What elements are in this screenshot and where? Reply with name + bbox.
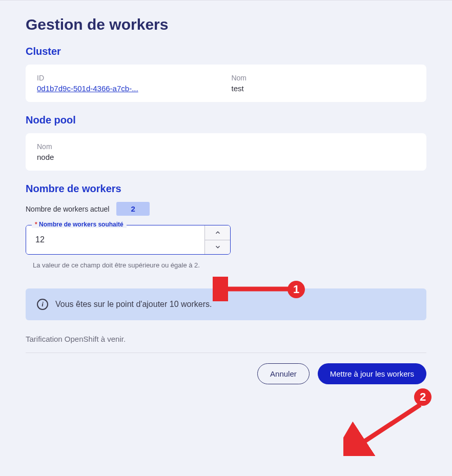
current-workers-label: Nombre de workers actuel (26, 205, 109, 213)
desired-workers-helper: La valeur de ce champ doit être supérieu… (26, 259, 215, 270)
current-workers-badge: 2 (116, 202, 149, 216)
nodepool-name-label: Nom (37, 142, 54, 151)
nodepool-card: Nom node (26, 133, 426, 171)
spinner-down-button[interactable] (205, 240, 230, 255)
section-title-nodepool: Node pool (26, 114, 426, 126)
info-icon: i (37, 299, 48, 310)
desired-workers-input[interactable] (26, 225, 204, 254)
info-alert-text: Vous êtes sur le point d'ajouter 10 work… (55, 300, 212, 309)
section-title-cluster: Cluster (26, 46, 426, 57)
pricing-note: Tarification OpenShift à venir. (26, 335, 426, 353)
page-title: Gestion de workers (26, 16, 426, 33)
cluster-name-label: Nom (231, 74, 246, 82)
submit-button[interactable]: Mettre à jour les workers (318, 363, 426, 384)
svg-line-3 (358, 405, 420, 446)
cluster-name-value: test (231, 84, 246, 93)
spinner-up-button[interactable] (205, 225, 230, 240)
section-title-workers: Nombre de workers (26, 183, 426, 195)
chevron-up-icon (214, 229, 221, 236)
cancel-button[interactable]: Annuler (257, 363, 310, 384)
cluster-card: ID 0d1b7d9c-501d-4366-a7cb-... Nom test (26, 65, 426, 102)
cluster-id-label: ID (37, 74, 211, 82)
cluster-id-link[interactable]: 0d1b7d9c-501d-4366-a7cb-... (37, 84, 211, 93)
info-alert: i Vous êtes sur le point d'ajouter 10 wo… (26, 288, 426, 320)
desired-workers-label: Nombre de workers souhaité (32, 221, 127, 228)
annotation-arrow-2 (343, 400, 430, 456)
chevron-down-icon (214, 243, 221, 251)
nodepool-name-value: node (37, 153, 54, 161)
divider (26, 353, 426, 353)
spinner (204, 225, 230, 254)
